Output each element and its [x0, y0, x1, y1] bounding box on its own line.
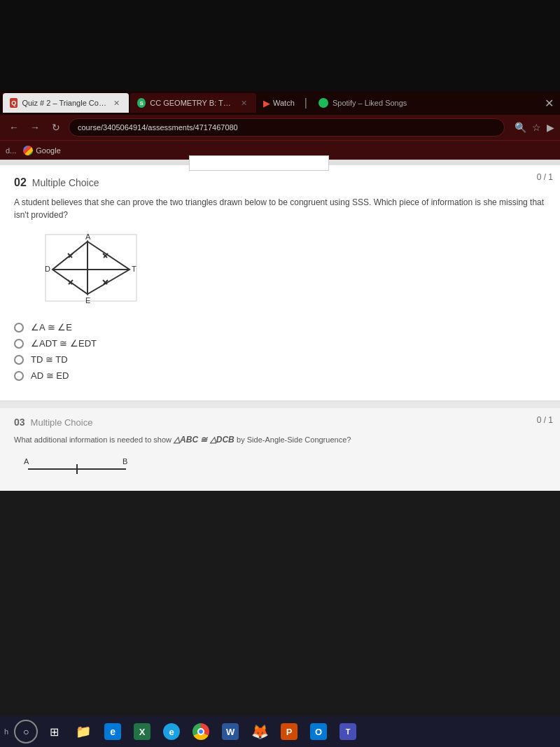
refresh-button[interactable]: ↻ [48, 119, 64, 136]
tab-quiz-close[interactable]: ✕ [111, 97, 122, 109]
browser-close-btn[interactable]: ✕ [540, 95, 557, 111]
question-3-block: 0 / 1 03 Multiple Choice What additional… [0, 408, 560, 491]
radio-c[interactable] [14, 355, 24, 365]
taskbar-firefox[interactable]: 🦊 [246, 719, 273, 744]
outlook-icon: O [310, 723, 327, 740]
svg-text:E: E [85, 296, 90, 305]
question-3-number: 03 [14, 417, 25, 428]
radio-a[interactable] [14, 323, 24, 333]
watch-icon: ▶ [263, 98, 270, 109]
bookmark-star-icon[interactable]: ☆ [532, 122, 541, 133]
answer-choices: ∠A ≅ ∠E ∠ADT ≅ ∠EDT TD ≅ TD AD ≅ ED [14, 322, 546, 381]
spotify-icon [318, 98, 328, 108]
triangle-diagram: A D T E [28, 231, 546, 311]
question-2-score: 0 / 1 [537, 172, 553, 182]
search-icon[interactable]: 🔍 [514, 122, 526, 133]
taskbar-excel[interactable]: X [129, 719, 155, 744]
question-spacer [0, 401, 560, 408]
search-input-box[interactable] [189, 155, 329, 171]
triangle-svg: A D T E [28, 231, 140, 308]
svg-text:A: A [24, 457, 29, 466]
address-bar[interactable]: course/3405064914/assessments/4717467080 [69, 118, 505, 137]
choice-c[interactable]: TD ≅ TD [14, 354, 546, 365]
taskbar-edge[interactable]: e [99, 719, 126, 744]
back-button[interactable]: ← [6, 119, 22, 136]
taskbar-ie[interactable]: e [158, 719, 185, 744]
word-icon: W [222, 723, 239, 740]
tab-ccgeo-label: CC GEOMETRY B: TERM AS- P [150, 99, 234, 107]
question-2-type: Multiple Choice [32, 177, 99, 188]
question-2-score-text: 0 / 1 [537, 172, 553, 182]
taskbar-taskview[interactable]: ⊞ [41, 719, 67, 744]
address-bar-icons: 🔍 ☆ ▶ [514, 122, 554, 133]
search-circle-icon: ○ [23, 726, 29, 737]
choice-d-text: AD ≅ ED [31, 370, 69, 381]
taskbar-search-btn[interactable]: ○ [14, 720, 38, 743]
tab-watch-label: Watch [273, 99, 295, 107]
radio-b[interactable] [14, 339, 24, 349]
question-2-number: 02 [14, 176, 27, 189]
files-icon: 📁 [76, 724, 91, 739]
choice-b[interactable]: ∠ADT ≅ ∠EDT [14, 338, 546, 349]
q3-diagram: A B [14, 452, 546, 482]
tab-quiz-label: Quiz # 2 – Triangle Congruenc [22, 99, 107, 107]
chrome-icon [192, 723, 209, 740]
ppt-icon: P [281, 723, 298, 740]
teams-icon: T [340, 723, 356, 740]
excel-icon: X [134, 723, 150, 740]
taskbar-chrome[interactable] [188, 719, 214, 744]
top-black-bar [0, 0, 560, 91]
taskbar: h ○ ⊞ 📁 e X e W 🦊 P O [0, 716, 560, 747]
tab-bar: Q Quiz # 2 – Triangle Congruenc ✕ S CC G… [0, 91, 560, 115]
svg-text:B: B [122, 457, 127, 466]
question-2-block: 0 / 1 02 Multiple Choice A student belie… [0, 165, 560, 401]
address-text: course/3405064914/assessments/4717467080 [78, 123, 238, 132]
forward-button[interactable]: → [27, 119, 43, 136]
taskbar-teams[interactable]: T [335, 719, 361, 744]
choice-a[interactable]: ∠A ≅ ∠E [14, 322, 546, 333]
taskview-icon: ⊞ [50, 725, 59, 739]
tab-quiz[interactable]: Q Quiz # 2 – Triangle Congruenc ✕ [3, 93, 129, 113]
taskbar-outlook[interactable]: O [305, 719, 332, 744]
bookmark-google[interactable]: Google [23, 146, 60, 155]
tab-separator: | [302, 97, 310, 109]
tab-spotify-label: Spotify – Liked Songs [332, 99, 407, 107]
google-icon [23, 146, 33, 155]
question-3-score-text: 0 / 1 [537, 415, 553, 425]
taskbar-files[interactable]: 📁 [70, 719, 97, 744]
q3-suffix: by Side-Angle-Side Congruence? [237, 435, 351, 444]
taskbar-label: h [4, 727, 11, 736]
quiz-favicon: Q [10, 98, 18, 108]
question-3-score: 0 / 1 [537, 415, 553, 425]
radio-d[interactable] [14, 371, 24, 381]
q3-prefix: What additional information is needed to… [14, 435, 172, 444]
taskbar-word[interactable]: W [217, 719, 244, 744]
taskbar-ppt[interactable]: P [276, 719, 302, 744]
svg-marker-1 [52, 242, 88, 294]
question-2-header: 02 Multiple Choice [14, 176, 546, 189]
svg-text:D: D [45, 265, 50, 273]
svg-marker-2 [88, 242, 130, 294]
choice-a-text: ∠A ≅ ∠E [31, 322, 72, 333]
q3-svg: A B [14, 452, 154, 480]
firefox-icon: 🦊 [251, 723, 269, 740]
tab-ccgeo[interactable]: S CC GEOMETRY B: TERM AS- P ✕ [130, 93, 256, 113]
q3-math: △ABC ≅ △DCB [174, 435, 237, 445]
bookmarks-bar: d... Google [0, 140, 560, 160]
svg-text:T: T [132, 265, 136, 273]
browser-chrome: Q Quiz # 2 – Triangle Congruenc ✕ S CC G… [0, 91, 560, 160]
address-bar-row: ← → ↻ course/3405064914/assessments/4717… [0, 115, 560, 140]
tab-watch[interactable]: ▶ Watch [258, 98, 300, 109]
tab-ccgeo-close[interactable]: ✕ [238, 97, 249, 109]
tab-spotify[interactable]: Spotify – Liked Songs [312, 98, 414, 108]
edge-icon: e [104, 723, 121, 740]
bookmarks-prefix: d... [6, 146, 16, 155]
question-3-text: What additional information is needed to… [14, 435, 546, 445]
ie-icon: e [163, 723, 180, 740]
choice-d[interactable]: AD ≅ ED [14, 370, 546, 381]
ccgeo-favicon: S [137, 98, 146, 108]
svg-text:A: A [85, 232, 91, 241]
question-3-type: Multiple Choice [31, 417, 93, 428]
menu-icon[interactable]: ▶ [547, 122, 554, 133]
choice-b-text: ∠ADT ≅ ∠EDT [31, 338, 97, 349]
